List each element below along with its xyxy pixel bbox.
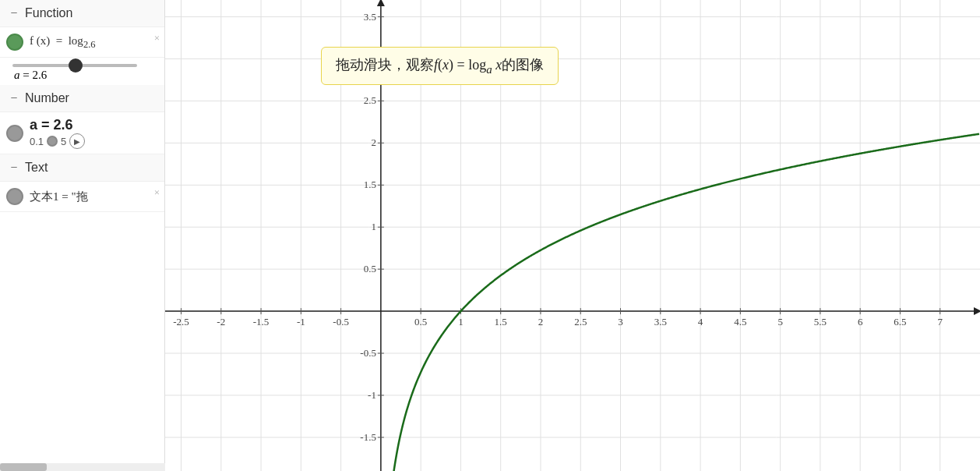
number-section-label: Number [25, 91, 69, 105]
slider-container: a = 2.6 [0, 58, 164, 85]
number-collapse-btn[interactable]: − [8, 92, 20, 104]
annotation-box: 拖动滑块，观察f(x) = loga x的图像 [321, 47, 559, 85]
text-formula[interactable]: 文本1 = "拖 [30, 189, 158, 204]
number-value-label: a = 2.6 [30, 117, 158, 133]
text-color-indicator [6, 188, 23, 205]
number-item: a = 2.6 0.1 5 ▶ × [0, 112, 164, 154]
text-item: 文本1 = "拖 × [0, 182, 164, 212]
graph-canvas [165, 0, 980, 471]
text-collapse-btn[interactable]: − [8, 161, 20, 174]
function-color-indicator [6, 34, 23, 51]
text-section-header: − Text [0, 154, 164, 182]
number-range-row: 0.1 5 ▶ [30, 133, 158, 149]
number-dot [47, 136, 58, 147]
function-section-header: − Function [0, 0, 164, 27]
function-collapse-btn[interactable]: − [8, 7, 20, 19]
function-section-label: Function [25, 6, 72, 20]
number-max: 5 [61, 136, 66, 147]
slider-value-label: a = 2.6 [12, 69, 152, 82]
sidebar-scrollbar[interactable] [0, 463, 165, 471]
function-item: f (x) = log2.6 × [0, 27, 164, 58]
number-item-content: a = 2.6 0.1 5 ▶ [30, 117, 158, 149]
number-min: 0.1 [30, 136, 44, 147]
scrollbar-thumb[interactable] [0, 463, 47, 471]
number-section-header: − Number [0, 85, 164, 112]
sidebar: − Function f (x) = log2.6 × a = 2.6 − Nu… [0, 0, 165, 471]
slider-track-wrap [12, 64, 152, 67]
text-section-label: Text [25, 161, 48, 175]
play-button[interactable]: ▶ [69, 133, 85, 149]
number-color-indicator [6, 125, 23, 142]
graph-area: 拖动滑块，观察f(x) = loga x的图像 [165, 0, 980, 471]
function-formula[interactable]: f (x) = log2.6 [30, 34, 158, 51]
sidebar-spacer [0, 212, 164, 471]
a-slider[interactable] [12, 64, 137, 67]
text-close-btn[interactable]: × [154, 186, 160, 199]
function-close-btn[interactable]: × [154, 32, 160, 44]
